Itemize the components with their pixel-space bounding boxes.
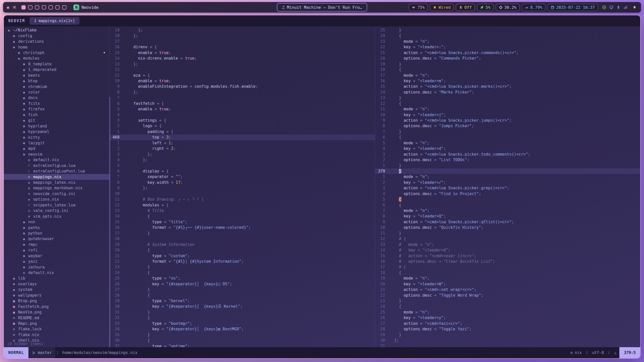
code-line[interactable]: 20 options.desc = "Commands Picker";	[375, 56, 640, 61]
code-line[interactable]: 35 }	[109, 332, 375, 338]
tree-item-default.nix[interactable]: ⚙default.nix	[4, 157, 109, 163]
code-line[interactable]: 26 key = "{#separator}│ {keys}□ OS";	[109, 281, 375, 287]
tree-item-hyprpanel[interactable]: ◼hyprpanel	[4, 129, 109, 134]
tree-item-mappings_markdown.nix[interactable]: ⚙mappings_markdown.nix	[4, 185, 109, 191]
tree-item-btop[interactable]: ◼btop	[4, 78, 109, 84]
code-line[interactable]: 9 };	[109, 185, 375, 191]
tree-item-firefox[interactable]: ◼firefox	[4, 106, 109, 112]
code-line[interactable]: 2 key = "<leader>/";	[375, 180, 640, 185]
code-line[interactable]: 37 type = "uptime";	[109, 343, 375, 347]
code-line[interactable]: 31 }	[109, 309, 375, 315]
code-line[interactable]: 3 action = "<cmd>lua Snacks.picker.grep(…	[375, 185, 640, 191]
tree-item-lazygit[interactable]: ◼lazygit	[4, 140, 109, 146]
tree-item-qutebrowser[interactable]: ◼qutebrowser	[4, 236, 109, 242]
code-line[interactable]: 10 options.desc = "Quickfix History";	[375, 225, 640, 230]
code-line[interactable]: 17 }	[109, 231, 375, 236]
tree-item-fish[interactable]: ◼fish	[4, 112, 109, 118]
tree-item-rmpc[interactable]: ◼rmpc	[4, 242, 109, 247]
code-line[interactable]: 7 separator = "";	[109, 174, 375, 179]
tree-item-git[interactable]: ◼git	[4, 118, 109, 123]
code-line[interactable]: 19 }	[375, 61, 640, 67]
code-line[interactable]: 5 }	[375, 197, 640, 202]
clock-widget[interactable]: 2025-07-22 16:37	[548, 4, 598, 11]
code-line[interactable]: 19 # System Information	[109, 242, 375, 247]
code-line[interactable]: 14 nix-direnv.enable = true;	[109, 56, 375, 61]
code-line[interactable]: 18 {	[375, 270, 640, 276]
code-line[interactable]: 22 key = "<leader>:";	[375, 44, 640, 50]
code-line[interactable]: 2 options.desc = "List TODOs";	[375, 157, 640, 163]
tree-item-extraconfiglua.lua[interactable]: ☾extraConfigLua.lua	[4, 163, 109, 168]
tree-item-rmpc.png[interactable]: ▦Rmpc.png	[4, 321, 109, 326]
code-line[interactable]: 10 enable = true;	[109, 78, 375, 84]
code-line[interactable]: 15 # action = "<cmd>cexpr []<cr>";	[375, 253, 640, 259]
code-line[interactable]: 22 options.desc = "Toggle Word Wrap";	[375, 293, 640, 298]
code-line[interactable]: 13 # Title	[109, 208, 375, 213]
code-line[interactable]: 3 };	[109, 152, 375, 157]
cpu-widget[interactable]: 8.79%	[522, 4, 545, 11]
code-line[interactable]: 27 }	[109, 287, 375, 292]
tree-item-derivations[interactable]: ◼derivations	[4, 39, 109, 44]
code-line[interactable]: 29 type = "kernel";	[109, 298, 375, 304]
tree-item-btop.png[interactable]: ▦Btop.png	[4, 298, 109, 304]
code-line[interactable]: 24 {	[375, 33, 640, 38]
code-line[interactable]: 8 key = "<leader>Q";	[375, 213, 640, 219]
tree-item-neovim[interactable]: ◼neovim	[4, 152, 109, 157]
tree-item-home[interactable]: ◼home	[4, 44, 109, 50]
tree-item-chromium[interactable]: ◼chromium	[4, 84, 109, 89]
code-line[interactable]: 25 }	[375, 27, 640, 33]
code-line[interactable]: 14 # key = "<leader>Q";	[375, 247, 640, 253]
tree-item-christoph[interactable]: ◼christoph•	[4, 50, 109, 56]
code-line[interactable]: 20 {	[109, 247, 375, 253]
tree-item-python[interactable]: ◼python	[4, 231, 109, 236]
tree-item-0_template[interactable]: ◼0_template	[4, 61, 109, 67]
tree-item-fastfetch.png[interactable]: ▦FastFetch.png	[4, 304, 109, 309]
code-line[interactable]: 13 }	[375, 95, 640, 101]
tree-item-flake.nix[interactable]: ⚙flake.nix	[4, 332, 109, 338]
tree-item-mappings_latex.nix[interactable]: ⚙mappings_latex.nix	[4, 180, 109, 185]
code-line[interactable]: 6 display = {	[109, 168, 375, 174]
bluetooth-widget[interactable]: Off	[456, 4, 475, 11]
code-line[interactable]: 28 options.desc = "Toggle Yazi";	[375, 326, 640, 332]
code-line[interactable]: 10 key = "<leader>j";	[375, 112, 640, 118]
signal-icon[interactable]	[623, 5, 627, 9]
code-line[interactable]: 28 {	[109, 293, 375, 298]
notification-bell-icon[interactable]	[632, 6, 637, 9]
code-line[interactable]: 19 };	[109, 27, 375, 33]
code-line[interactable]: 27 action = "<cmd>Yazi<cr>";	[375, 321, 640, 326]
code-line[interactable]: 14 options.desc = "Marks Picker";	[375, 89, 640, 95]
code-line[interactable]: 1 mode = "n";	[375, 174, 640, 179]
code-line[interactable]: 1 }	[375, 163, 640, 168]
code-line[interactable]: 11 }	[375, 231, 640, 236]
code-line[interactable]: 25 type = "os";	[109, 276, 375, 281]
bluetooth-icon[interactable]	[616, 5, 620, 9]
code-line[interactable]: 16 direnv = {	[109, 44, 375, 50]
code-line[interactable]: 5	[109, 163, 375, 168]
code-line[interactable]: 33 type = "bootmgr";	[109, 321, 375, 326]
code-line[interactable]: 32 {	[109, 315, 375, 321]
code-line[interactable]: 23 mode = "n";	[375, 39, 640, 44]
code-line[interactable]: 22 format = "{#1}│ {#}System Information…	[109, 259, 375, 264]
code-line[interactable]: 12 {	[375, 101, 640, 106]
power-profile-widget[interactable]: 5%	[477, 4, 493, 11]
tree-item-nnn[interactable]: ◼nnn	[4, 219, 109, 225]
apps-icon[interactable]: ⌘	[13, 5, 16, 10]
code-line[interactable]: 29 }	[375, 332, 640, 338]
code-line[interactable]: 18 };	[109, 33, 375, 38]
code-line[interactable]: 6 {	[375, 134, 640, 140]
code-line[interactable]: 1 left = 1;	[109, 140, 375, 146]
workspace-button-4[interactable]	[42, 5, 46, 10]
code-line[interactable]: 26 key = "<leader>y";	[375, 315, 640, 321]
code-line[interactable]: 3 action = "<cmd>lua Snacks.picker.todo_…	[375, 152, 640, 157]
tree-item-hyprland[interactable]: ◼hyprland	[4, 123, 109, 129]
tree-item-options.nix[interactable]: ⚙options.nix	[4, 197, 109, 202]
nix-logo-icon[interactable]: ✱	[7, 5, 9, 10]
code-line[interactable]: 17 mode = "n";	[375, 73, 640, 78]
tree-item-nixflake[interactable]: ◼~/NixFlake	[4, 27, 109, 33]
code-line[interactable]: 18 {	[375, 67, 640, 72]
code-line[interactable]: 4	[109, 112, 375, 118]
media-player-widget[interactable]: ♫ Minuit Machine – Don't Run Fro…	[277, 3, 367, 12]
code-line[interactable]: 16 key = "<leader>m";	[375, 78, 640, 84]
code-line[interactable]: 12	[109, 67, 375, 72]
code-line[interactable]: 13 };	[109, 61, 375, 67]
tree-item-zathura[interactable]: ◼zathura	[4, 264, 109, 270]
